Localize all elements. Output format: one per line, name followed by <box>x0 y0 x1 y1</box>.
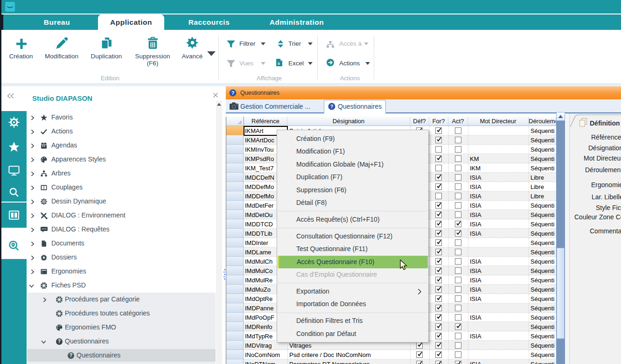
svg-text:x: x <box>278 61 280 66</box>
svg-text:?: ? <box>231 90 235 96</box>
svg-text:?: ? <box>58 338 61 344</box>
svg-text:?: ? <box>70 352 72 358</box>
svg-text:?: ? <box>330 104 334 109</box>
